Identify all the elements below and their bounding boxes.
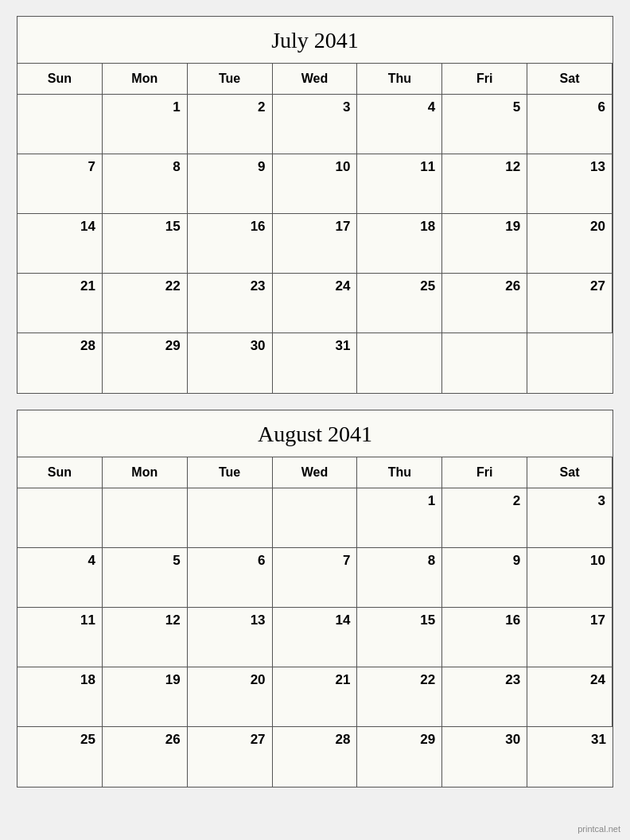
day-cell-11: 11 (357, 154, 442, 214)
day-cell-10: 10 (273, 154, 358, 214)
day-cell-20: 20 (527, 214, 612, 274)
day-cell-7: 7 (18, 154, 103, 214)
day-cell-30: 30 (188, 333, 273, 393)
day-cell-2: 2 (442, 488, 527, 548)
day-cell-17: 17 (273, 214, 358, 274)
day-cell-6: 6 (188, 548, 273, 608)
day-cell-24: 24 (273, 274, 358, 333)
day-cell-22: 22 (103, 274, 188, 333)
day-cell-18: 18 (357, 214, 442, 274)
calendar-title-july-2041: July 2041 (18, 17, 612, 64)
day-cell-12: 12 (103, 608, 188, 667)
day-header-wed: Wed (273, 457, 358, 488)
day-cell-1: 1 (357, 488, 442, 548)
day-cell-9: 9 (188, 154, 273, 214)
day-cell-1: 1 (103, 95, 188, 154)
day-cell-27: 27 (188, 727, 273, 787)
day-cell-13: 13 (188, 608, 273, 667)
day-cell-empty (527, 333, 612, 393)
day-header-wed: Wed (273, 64, 358, 95)
day-cell-9: 9 (442, 548, 527, 608)
day-cell-19: 19 (442, 214, 527, 274)
day-cell-16: 16 (188, 214, 273, 274)
day-cell-12: 12 (442, 154, 527, 214)
calendar-title-august-2041: August 2041 (18, 410, 612, 457)
day-header-mon: Mon (103, 457, 188, 488)
day-header-sat: Sat (527, 64, 612, 95)
day-cell-16: 16 (442, 608, 527, 667)
day-cell-23: 23 (442, 667, 527, 727)
day-cell-3: 3 (273, 95, 358, 154)
day-cell-21: 21 (18, 274, 103, 333)
day-cell-20: 20 (188, 667, 273, 727)
day-header-sun: Sun (18, 457, 103, 488)
day-cell-7: 7 (273, 548, 358, 608)
day-cell-31: 31 (273, 333, 358, 393)
day-cell-29: 29 (103, 333, 188, 393)
day-header-tue: Tue (188, 64, 273, 95)
day-cell-5: 5 (442, 95, 527, 154)
watermark: printcal.net (578, 824, 620, 834)
day-header-fri: Fri (442, 64, 527, 95)
day-cell-13: 13 (527, 154, 612, 214)
day-cell-27: 27 (527, 274, 612, 333)
day-header-thu: Thu (357, 457, 442, 488)
day-cell-30: 30 (442, 727, 527, 787)
day-cell-empty (357, 333, 442, 393)
day-header-mon: Mon (103, 64, 188, 95)
day-cell-empty (18, 95, 103, 154)
day-cell-4: 4 (18, 548, 103, 608)
day-cell-4: 4 (357, 95, 442, 154)
day-cell-14: 14 (273, 608, 358, 667)
day-cell-22: 22 (357, 667, 442, 727)
day-cell-8: 8 (103, 154, 188, 214)
day-cell-3: 3 (527, 488, 612, 548)
calendar-container: July 2041SunMonTueWedThuFriSat1234567891… (17, 16, 613, 788)
day-cell-31: 31 (527, 727, 612, 787)
day-cell-26: 26 (103, 727, 188, 787)
day-header-sat: Sat (527, 457, 612, 488)
day-cell-11: 11 (18, 608, 103, 667)
day-cell-25: 25 (357, 274, 442, 333)
day-header-thu: Thu (357, 64, 442, 95)
day-cell-empty (103, 488, 188, 548)
calendar-july-2041: July 2041SunMonTueWedThuFriSat1234567891… (17, 16, 613, 394)
day-cell-28: 28 (18, 333, 103, 393)
day-cell-2: 2 (188, 95, 273, 154)
day-cell-10: 10 (527, 548, 612, 608)
day-cell-23: 23 (188, 274, 273, 333)
day-cell-empty (273, 488, 358, 548)
day-cell-17: 17 (527, 608, 612, 667)
day-cell-25: 25 (18, 727, 103, 787)
day-cell-28: 28 (273, 727, 358, 787)
day-cell-empty (442, 333, 527, 393)
day-header-tue: Tue (188, 457, 273, 488)
day-cell-21: 21 (273, 667, 358, 727)
day-cell-19: 19 (103, 667, 188, 727)
day-cell-empty (188, 488, 273, 548)
day-cell-24: 24 (527, 667, 612, 727)
day-cell-29: 29 (357, 727, 442, 787)
day-cell-6: 6 (527, 95, 612, 154)
day-cell-15: 15 (103, 214, 188, 274)
calendar-august-2041: August 2041SunMonTueWedThuFriSat12345678… (17, 410, 613, 788)
day-cell-empty (18, 488, 103, 548)
day-cell-14: 14 (18, 214, 103, 274)
day-cell-15: 15 (357, 608, 442, 667)
day-cell-18: 18 (18, 667, 103, 727)
day-header-fri: Fri (442, 457, 527, 488)
day-header-sun: Sun (18, 64, 103, 95)
day-cell-5: 5 (103, 548, 188, 608)
day-cell-8: 8 (357, 548, 442, 608)
calendar-grid-august-2041: SunMonTueWedThuFriSat1234567891011121314… (18, 457, 612, 787)
day-cell-26: 26 (442, 274, 527, 333)
calendar-grid-july-2041: SunMonTueWedThuFriSat1234567891011121314… (18, 64, 612, 393)
